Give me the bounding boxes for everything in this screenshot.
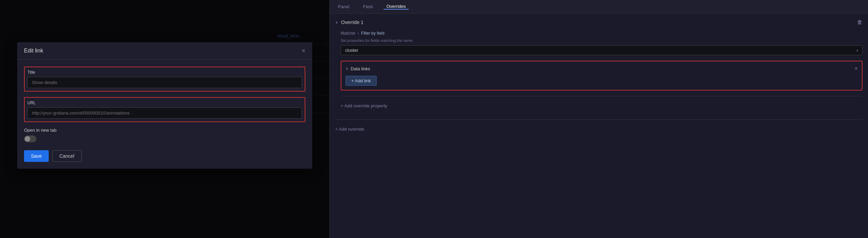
cluster-chevron: › [857,48,858,53]
tab-field[interactable]: Field [360,4,375,9]
matcher-subtitle: Set properties for fields matching the n… [341,38,863,43]
add-link-button[interactable]: + Add link [345,76,377,86]
filter-by-field-label: Filter by field [361,31,384,36]
divider [341,96,863,96]
title-field-highlighted: Title [24,67,305,92]
data-links-title-label: Data links [351,66,370,71]
add-override-button[interactable]: + Add override [335,124,364,134]
title-label: Title [27,70,302,75]
url-form-group: URL [24,97,305,122]
title-input[interactable] [27,77,302,88]
tab-panel[interactable]: Panel [335,4,352,9]
open-new-tab-label: Open in new tab [24,128,305,133]
right-panel-content: ∨ Override 1 🗑 Matcher › Filter by field… [330,14,868,238]
data-links-close[interactable]: × [855,66,858,72]
override-body: Matcher › Filter by field Set properties… [335,28,863,114]
modal-actions: Save Cancel [24,150,305,162]
url-input[interactable] [27,107,302,119]
modal-close-button[interactable]: × [302,48,305,54]
url-field-highlighted: URL [24,97,305,122]
data-links-chevron: ∨ [345,66,349,71]
modal-title: Edit link [24,48,43,54]
add-override-property-button[interactable]: + Add override property [341,100,387,111]
divider-2 [335,119,863,120]
toggle-knob [25,136,30,142]
modal-body: Title URL Open in new tab Save [17,60,312,169]
save-button[interactable]: Save [24,150,49,162]
modal-overlay: Edit link × Title URL Open in new tab [0,0,329,238]
data-links-title: ∨ Data links [345,66,370,71]
chevron-icon: ∨ [335,20,338,25]
data-links-header: ∨ Data links × [345,66,858,72]
open-new-tab-container: Open in new tab [24,128,305,143]
tab-overrides[interactable]: Overrides [384,4,408,10]
override-title: ∨ Override 1 [335,20,363,25]
cancel-button[interactable]: Cancel [52,150,82,162]
data-links-section: ∨ Data links × + Add link [341,61,863,91]
cluster-value: cluster [345,48,358,53]
url-label: URL [27,100,302,105]
override-section: ∨ Override 1 🗑 Matcher › Filter by field… [335,19,863,114]
edit-link-modal: Edit link × Title URL Open in new tab [17,42,312,169]
cluster-select[interactable]: cluster › [341,45,863,55]
matcher-line: Matcher › Filter by field [341,31,863,36]
open-new-tab-toggle[interactable] [24,135,36,142]
modal-header: Edit link × [17,42,312,60]
override-header: ∨ Override 1 🗑 [335,19,863,25]
title-form-group: Title [24,67,305,92]
matcher-arrow: › [357,31,359,36]
trash-icon[interactable]: 🗑 [857,19,863,25]
matcher-label: Matcher [341,31,355,36]
override-title-label: Override 1 [341,20,363,25]
